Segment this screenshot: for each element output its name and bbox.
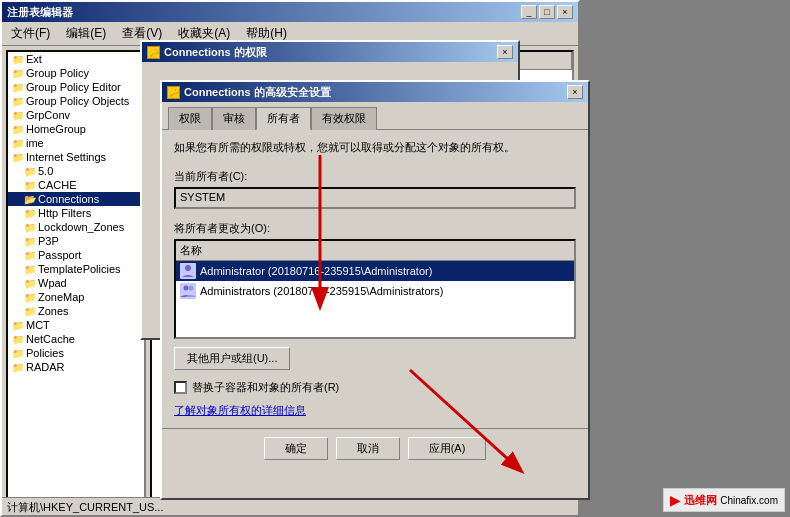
tab-effective[interactable]: 有效权限 [311,107,377,130]
tree-item[interactable]: 📁 RADAR [8,360,144,374]
svg-point-1 [185,265,191,271]
registry-title-text: 注册表编辑器 [7,5,73,20]
replace-owner-checkbox[interactable] [174,381,187,394]
svg-point-3 [184,286,189,291]
advanced-dialog-icon: 🔑 [167,86,180,99]
minimize-button[interactable]: _ [521,5,537,19]
advanced-close-button[interactable]: × [567,85,583,99]
watermark: ▶ 迅维网 Chinafix.com [663,488,785,512]
folder-icon: 📁 [24,180,36,191]
permissions-title-bar: 🔑 Connections 的权限 × [142,42,518,62]
maximize-button[interactable]: □ [539,5,555,19]
folder-icon: 📁 [12,124,24,135]
cancel-button[interactable]: 取消 [336,437,400,460]
title-bar-controls: _ □ × [521,5,573,19]
owner-list[interactable]: 名称 Administrator (20180716-235915\Admini… [174,239,576,339]
tab-audit[interactable]: 审核 [212,107,256,130]
tree-item[interactable]: 📁 Group Policy [8,66,144,80]
folder-icon: 📁 [24,278,36,289]
folder-icon: 📁 [12,348,24,359]
other-users-button[interactable]: 其他用户或组(U)... [174,347,290,370]
folder-icon: 📁 [12,68,24,79]
folder-icon: 📁 [12,96,24,107]
tab-permissions[interactable]: 权限 [168,107,212,130]
tree-item[interactable]: 📁 Policies [8,346,144,360]
advanced-security-dialog: 🔑 Connections 的高级安全设置 × 权限 审核 所有者 有效权限 如… [160,80,590,500]
replace-owner-row: 替换子容器和对象的所有者(R) [174,380,576,395]
owner-list-item-admin[interactable]: Administrator (20180716-235915\Administr… [176,261,574,281]
tree-item[interactable]: 📁 Internet Settings [8,150,144,164]
folder-icon: 📁 [24,208,36,219]
tree-item[interactable]: 📁 NetCache [8,332,144,346]
description-text: 如果您有所需的权限或特权，您就可以取得或分配这个对象的所有权。 [174,140,576,155]
permissions-dialog-title-text: 🔑 Connections 的权限 [147,45,267,60]
current-owner-value: SYSTEM [174,187,576,209]
tree-panel[interactable]: 📁 Ext 📁 Group Policy 📁 Group Policy Edit… [6,50,146,515]
tab-content-owner: 如果您有所需的权限或特权，您就可以取得或分配这个对象的所有权。 当前所有者(C)… [162,129,588,428]
tree-item[interactable]: 📁 Ext [8,52,144,66]
tree-item[interactable]: 📁 5.0 [8,164,144,178]
folder-icon: 📁 [24,166,36,177]
tree-item[interactable]: 📁 HomeGroup [8,122,144,136]
tree-item[interactable]: 📁 TemplatePolicies [8,262,144,276]
dialog-buttons: 确定 取消 应用(A) [162,428,588,468]
ok-button[interactable]: 确定 [264,437,328,460]
close-button[interactable]: × [557,5,573,19]
apply-button[interactable]: 应用(A) [408,437,487,460]
folder-icon: 📁 [12,110,24,121]
menu-file[interactable]: 文件(F) [7,24,54,43]
watermark-url: Chinafix.com [720,495,778,506]
folder-icon: 📁 [12,82,24,93]
folder-icon: 📁 [12,362,24,373]
change-owner-label: 将所有者更改为(O): [174,221,576,236]
permissions-dialog-icon: 🔑 [147,46,160,59]
current-owner-label: 当前所有者(C): [174,169,576,184]
folder-icon: 📁 [12,334,24,345]
tree-item[interactable]: 📁 ime [8,136,144,150]
folder-icon: 📂 [24,194,36,205]
advanced-title-text: 🔑 Connections 的高级安全设置 [167,85,331,100]
folder-icon: 📁 [12,320,24,331]
tree-item[interactable]: 📁 Http Filters [8,206,144,220]
user-icon [180,263,196,279]
replace-owner-label: 替换子容器和对象的所有者(R) [192,380,339,395]
advanced-title-bar: 🔑 Connections 的高级安全设置 × [162,82,588,102]
tree-item-connections[interactable]: 📂 Connections [8,192,144,206]
watermark-arrow-icon: ▶ [670,492,681,508]
tree-item[interactable]: 📁 MCT [8,318,144,332]
svg-point-4 [189,286,194,291]
folder-icon: 📁 [24,292,36,303]
tree-item[interactable]: 📁 Group Policy Editor [8,80,144,94]
tab-owner[interactable]: 所有者 [256,107,311,130]
tree-item[interactable]: 📁 P3P [8,234,144,248]
folder-icon: 📁 [24,236,36,247]
tree-item[interactable]: 📁 GrpConv [8,108,144,122]
tree-item[interactable]: 📁 Lockdown_Zones [8,220,144,234]
registry-title-bar: 注册表编辑器 _ □ × [2,2,578,22]
folder-icon: 📁 [24,222,36,233]
permissions-close-button[interactable]: × [497,45,513,59]
tree-item[interactable]: 📁 ZoneMap [8,290,144,304]
tree-item[interactable]: 📁 Passport [8,248,144,262]
tree-item[interactable]: 📁 Zones [8,304,144,318]
owner-list-header: 名称 [176,241,574,261]
users-icon [180,283,196,299]
folder-icon: 📁 [24,250,36,261]
tree-item[interactable]: 📁 CACHE [8,178,144,192]
tree-item[interactable]: 📁 Wpad [8,276,144,290]
folder-icon: 📁 [24,306,36,317]
folder-icon: 📁 [24,264,36,275]
watermark-site-name: 迅维网 [684,493,717,508]
folder-icon: 📁 [12,138,24,149]
owner-list-item-admins[interactable]: Administrators (20180716-235915\Administ… [176,281,574,301]
menu-edit[interactable]: 编辑(E) [62,24,110,43]
folder-icon: 📁 [12,152,24,163]
tabs-bar: 权限 审核 所有者 有效权限 [162,102,588,129]
learn-more-link[interactable]: 了解对象所有权的详细信息 [174,403,306,418]
folder-icon: 📁 [12,54,24,65]
tree-item[interactable]: 📁 Group Policy Objects [8,94,144,108]
